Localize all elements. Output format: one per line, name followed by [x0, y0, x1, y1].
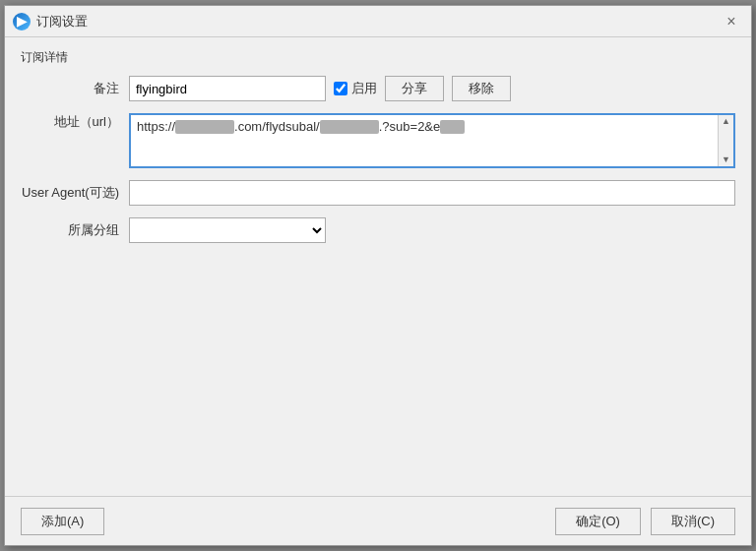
url-suffix: .?sub=2&e	[379, 119, 441, 134]
url-middle: .com/flydsubal/	[234, 119, 320, 134]
footer-left: 添加(A)	[21, 508, 555, 535]
alias-label: 备注	[21, 80, 129, 97]
url-label: 地址（url）	[21, 113, 129, 131]
url-prefix: https://	[137, 119, 175, 134]
group-select[interactable]	[129, 217, 326, 243]
user-agent-input[interactable]	[129, 180, 735, 206]
url-scrollbar: ▲ ▼	[718, 115, 733, 166]
dialog-footer: 添加(A) 确定(O) 取消(C)	[5, 496, 751, 545]
scroll-up-arrow[interactable]: ▲	[722, 117, 730, 126]
share-button[interactable]: 分享	[385, 76, 444, 101]
cancel-button[interactable]: 取消(C)	[651, 508, 735, 535]
remove-button[interactable]: 移除	[452, 76, 511, 101]
section-title: 订阅详情	[21, 49, 735, 66]
add-button[interactable]: 添加(A)	[21, 508, 104, 535]
app-icon: ▶	[13, 13, 31, 31]
subscription-settings-dialog: ▶ 订阅设置 × 订阅详情 备注 启用 分享 移除 地址（url）	[4, 5, 752, 546]
url-text-content: https:// .com/flydsubal/ .?sub=2&e	[137, 119, 714, 134]
url-row: 地址（url） https:// .com/flydsubal/ .?sub=2…	[21, 113, 735, 168]
title-bar: ▶ 订阅设置 ×	[5, 6, 751, 37]
alias-input[interactable]	[129, 76, 326, 101]
group-controls	[129, 217, 735, 243]
url-redacted-1	[175, 120, 234, 134]
dialog-body: 订阅详情 备注 启用 分享 移除 地址（url） https://	[5, 37, 751, 496]
dialog-title: 订阅设置	[36, 13, 720, 31]
close-button[interactable]: ×	[720, 10, 743, 33]
alias-controls: 启用 分享 移除	[129, 76, 735, 101]
url-display: https:// .com/flydsubal/ .?sub=2&e	[131, 115, 733, 166]
url-textarea-wrapper: https:// .com/flydsubal/ .?sub=2&e ▲ ▼	[129, 113, 735, 168]
enable-checkbox[interactable]	[334, 82, 347, 95]
enable-checkbox-label[interactable]: 启用	[334, 80, 377, 97]
group-row: 所属分组	[21, 217, 735, 243]
user-agent-row: User Agent(可选)	[21, 180, 735, 206]
alias-row: 备注 启用 分享 移除	[21, 76, 735, 101]
url-redacted-2	[320, 120, 379, 134]
user-agent-controls	[129, 180, 735, 206]
group-label: 所属分组	[21, 221, 129, 239]
enable-label: 启用	[351, 80, 377, 97]
confirm-button[interactable]: 确定(O)	[555, 508, 641, 535]
user-agent-label: User Agent(可选)	[21, 184, 129, 202]
scroll-down-arrow[interactable]: ▼	[722, 155, 730, 164]
footer-right: 确定(O) 取消(C)	[555, 508, 735, 535]
url-redacted-3	[440, 120, 465, 134]
content-area	[21, 255, 735, 484]
